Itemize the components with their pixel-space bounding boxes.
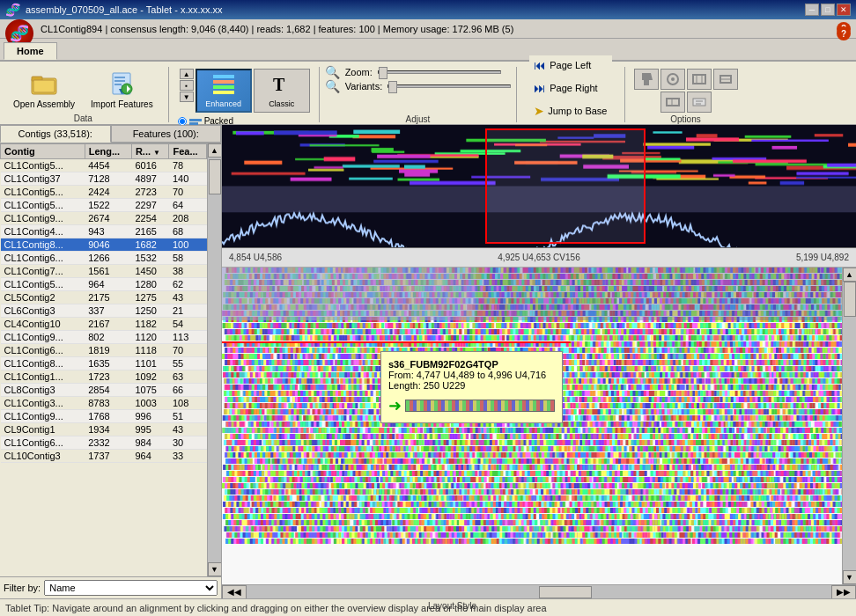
- table-row[interactable]: CL1Contig9...176899651: [1, 410, 207, 423]
- viz-scroll-thumb[interactable]: [844, 282, 856, 317]
- main-viz-area[interactable]: s36_FUBM92F02G4TQP From: 4,747 U4,489 to…: [222, 268, 856, 584]
- jump-to-base-button[interactable]: ➤ Jump to Base: [529, 101, 611, 121]
- cell-contig: CL1Contig9...: [1, 331, 85, 344]
- table-row[interactable]: CL1Contig5...964128062: [1, 278, 207, 291]
- zoom-icon: 🔍: [325, 65, 340, 79]
- table-row[interactable]: CL10Contig3173796433: [1, 450, 207, 463]
- col-length[interactable]: Leng...: [85, 144, 131, 159]
- cell-contig: CL1Contig7...: [1, 265, 85, 278]
- options-btn-6[interactable]: [687, 92, 712, 113]
- options-btn-5[interactable]: [660, 92, 685, 113]
- page-left-button[interactable]: ⏮ Page Left: [529, 55, 611, 75]
- svg-point-27: [671, 77, 675, 81]
- table-row[interactable]: CL1Contig3771284897140: [1, 172, 207, 186]
- cell-contig: CL5Contig2: [1, 291, 85, 304]
- table-row[interactable]: CL1Contig8...1635110155: [1, 357, 207, 370]
- cell-reads: 6016: [131, 159, 169, 172]
- arrow-right-icon: ➜: [388, 396, 402, 415]
- classic-button[interactable]: T Classic: [254, 69, 310, 113]
- options-section-label: Options: [670, 114, 700, 124]
- scroll-up-button[interactable]: ▲: [180, 69, 194, 79]
- import-features-button[interactable]: Import Features: [85, 65, 159, 114]
- table-row[interactable]: CL8Contig32854107566: [1, 384, 207, 397]
- scroll-mid-button[interactable]: ▪: [180, 80, 194, 91]
- cell-contig: CL1Contig9...: [1, 410, 85, 423]
- overview-area[interactable]: [222, 125, 856, 248]
- table-row[interactable]: CL1Contig9...26742254208: [1, 212, 207, 225]
- cell-contig: CL1Contig5...: [1, 278, 85, 291]
- scrollbar-track[interactable]: [208, 158, 221, 562]
- cell-length: 8783: [85, 397, 131, 410]
- h-scroll-track[interactable]: [247, 585, 831, 598]
- table-row[interactable]: CL1Contig1...1723109263: [1, 370, 207, 384]
- table-row[interactable]: CL1Contig6...233298430: [1, 436, 207, 450]
- h-scroll-right-button[interactable]: ▶▶: [831, 585, 856, 599]
- table-row[interactable]: CL1Contig6...1819111870: [1, 344, 207, 357]
- options-row-2: [660, 92, 712, 113]
- variants-row: 🔍 Variants:: [325, 79, 512, 93]
- tooltip-from: From: 4,747 U4,489 to 4,996 U4,716: [388, 370, 546, 380]
- pos-left: 4,854 U4,586: [229, 253, 282, 262]
- table-row[interactable]: CL5Contig22175127543: [1, 291, 207, 304]
- minimize-button[interactable]: ─: [805, 4, 819, 16]
- scrollbar-up-button[interactable]: ▲: [208, 143, 222, 158]
- table-row[interactable]: CL4Contig102167118254: [1, 318, 207, 331]
- open-assembly-button[interactable]: Open Assembly: [7, 65, 81, 114]
- scrollbar-thumb[interactable]: [209, 159, 221, 194]
- table-row[interactable]: CL9Contig1193499543: [1, 423, 207, 436]
- divider-1: [168, 67, 169, 122]
- features-tab[interactable]: Features (100):: [111, 125, 222, 143]
- table-row[interactable]: CL1Contig5...1522229764: [1, 199, 207, 212]
- variants-slider[interactable]: [387, 84, 511, 88]
- table-row[interactable]: CL1Contig5...2424272370: [1, 186, 207, 199]
- col-features[interactable]: Fea...: [169, 144, 207, 159]
- table-row[interactable]: CL1Contig5...4454601678: [1, 159, 207, 172]
- table-row[interactable]: CL6Contig3337125021: [1, 304, 207, 318]
- table-row[interactable]: CL1Contig7...1561145038: [1, 265, 207, 278]
- table-row[interactable]: CL1Contig6...1266153258: [1, 252, 207, 265]
- options-btn-2[interactable]: [660, 69, 685, 90]
- cell-reads: 1450: [131, 265, 169, 278]
- table-scrollbar[interactable]: ▲ ▼: [207, 143, 221, 576]
- h-scrollbar: ◀◀ ▶▶: [222, 584, 856, 598]
- svg-rect-28: [693, 75, 705, 84]
- viz-scrollbar-inner[interactable]: ▲ ▼: [842, 268, 856, 584]
- options-btn-3[interactable]: [687, 69, 712, 90]
- viz-scroll-track[interactable]: [843, 282, 856, 570]
- scroll-down-button[interactable]: ▼: [180, 92, 194, 102]
- zoom-row: 🔍 Zoom:: [325, 65, 512, 79]
- col-contig[interactable]: Contig: [1, 144, 85, 159]
- col-reads[interactable]: R... ▼: [131, 144, 169, 159]
- table-row[interactable]: CL1Contig8...90461682100: [1, 238, 207, 252]
- table-row[interactable]: CL1Contig9...8021120113: [1, 331, 207, 344]
- options-btn-4[interactable]: [713, 69, 738, 90]
- cell-features: 100: [169, 238, 207, 252]
- tab-home[interactable]: Home: [4, 42, 57, 60]
- options-btn-1[interactable]: [634, 69, 659, 90]
- panel-tabs-row: Contigs (33,518): Features (100):: [0, 125, 221, 143]
- data-section: Open Assembly Import Features: [4, 65, 163, 124]
- scrollbar-down-button[interactable]: ▼: [208, 562, 222, 576]
- h-scroll-left-button[interactable]: ◀◀: [222, 585, 247, 599]
- cell-length: 1934: [85, 423, 131, 436]
- cell-reads: 964: [131, 450, 169, 463]
- contigs-tab[interactable]: Contigs (33,518):: [0, 125, 111, 143]
- divider-2: [319, 67, 320, 122]
- cell-contig: CL1Contig5...: [1, 159, 85, 172]
- enhanced-button[interactable]: Enhanced: [196, 69, 252, 113]
- viz-scroll-up[interactable]: ▲: [843, 268, 857, 282]
- zoom-slider[interactable]: [378, 70, 501, 74]
- table-row[interactable]: CL1Contig3...87831003108: [1, 397, 207, 410]
- h-scroll-thumb[interactable]: [539, 586, 592, 598]
- position-bar: 4,854 U4,586 4,925 U4,653 CV156 5,199 U4…: [222, 248, 856, 268]
- viz-scroll-down[interactable]: ▼: [843, 570, 857, 584]
- close-button[interactable]: ✕: [837, 4, 851, 16]
- maximize-button[interactable]: □: [821, 4, 835, 16]
- cell-contig: CL1Contig1...: [1, 370, 85, 384]
- table-row[interactable]: CL1Contig4...943216568: [1, 225, 207, 238]
- page-right-button[interactable]: ⏭ Page Right: [529, 78, 611, 98]
- cell-features: 21: [169, 304, 207, 318]
- tab-help-icon[interactable]: ?: [837, 26, 851, 40]
- svg-marker-24: [642, 73, 653, 80]
- filter-select[interactable]: Name: [44, 580, 218, 596]
